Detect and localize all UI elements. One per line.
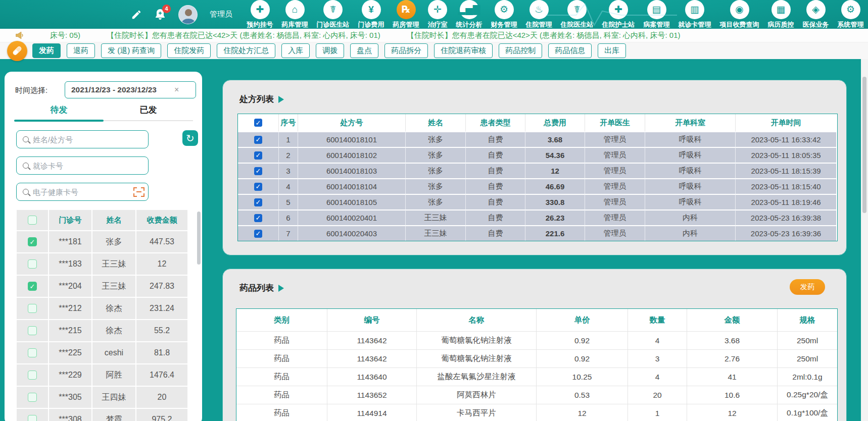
patient-checkbox[interactable] — [28, 348, 37, 357]
scan-barcode-icon[interactable] — [133, 187, 144, 197]
select-all-patients-checkbox[interactable] — [28, 216, 37, 225]
nav-item[interactable]: ◉ 项目收费查询 — [720, 0, 759, 29]
toolbar-button[interactable]: 药品控制 — [499, 43, 542, 58]
prescription-row[interactable]: 3 600140018103 张多 自费 12 管理员 呼吸科 2023-05-… — [238, 163, 837, 178]
refresh-button[interactable]: ↻ — [182, 130, 198, 146]
nav-item[interactable]: ▤ 病案管理 — [644, 0, 670, 29]
notification-bell-icon[interactable]: 4 — [154, 8, 166, 21]
nav-item[interactable]: ⚙ 系统管理 — [838, 0, 864, 29]
patient-row[interactable]: ***181 张多 447.53 — [17, 231, 188, 253]
rx-patient-type: 自费 — [466, 147, 525, 163]
prescription-checkbox[interactable] — [254, 183, 262, 191]
drug-column-header: 金额 — [687, 309, 778, 331]
prescription-column-header: 处方号 — [298, 114, 406, 131]
toolbar-button[interactable]: 住院发药 — [167, 43, 211, 58]
edit-pencil-icon[interactable] — [131, 9, 142, 20]
date-range-value[interactable] — [65, 85, 173, 94]
user-avatar[interactable] — [178, 5, 198, 24]
nav-item[interactable]: ⌂ 药库管理 — [282, 0, 308, 29]
name-rx-search-input[interactable] — [33, 135, 148, 144]
nav-item[interactable]: ✛ 治疗室 — [428, 0, 448, 29]
patient-list-scrollbar[interactable] — [197, 212, 201, 265]
health-card-search[interactable] — [16, 183, 149, 201]
toolbar-button[interactable]: 药品信息 — [548, 43, 592, 58]
prescription-checkbox[interactable] — [254, 214, 262, 222]
status-tab[interactable]: 待发 — [14, 100, 104, 120]
name-rx-search[interactable] — [16, 130, 149, 148]
drug-row[interactable]: 药品 1144914 卡马西平片 12 1 12 0.1g*100/盒 — [236, 404, 837, 421]
date-range-input[interactable]: × — [65, 81, 196, 98]
prescription-row[interactable]: 7 600140020403 王三妹 自费 221.6 管理员 内科 2023-… — [238, 225, 837, 241]
nav-item[interactable]: ✚ 预约挂号 — [247, 0, 273, 29]
nav-item[interactable]: ▦ 病历质控 — [768, 0, 794, 29]
patient-row[interactable]: ***229 阿胜 1476.4 — [17, 364, 188, 387]
nav-item[interactable]: ⚙ 财务管理 — [491, 0, 517, 29]
visit-card-search[interactable] — [16, 156, 149, 175]
toolbar-button[interactable]: 药品拆分 — [384, 43, 428, 58]
page-scrollbar[interactable] — [861, 59, 868, 421]
dispense-button[interactable]: 发药 — [790, 279, 825, 295]
toolbar-button[interactable]: 住院处方汇总 — [217, 43, 275, 58]
toolbar-button[interactable]: 盘点 — [350, 43, 378, 58]
patient-checkbox[interactable] — [28, 415, 37, 421]
rx-seq: 5 — [279, 194, 298, 209]
patient-row[interactable]: ***225 ceshi 81.8 — [17, 342, 188, 364]
patient-row[interactable]: ***215 徐杰 55.2 — [17, 320, 188, 342]
prescription-checkbox[interactable] — [254, 151, 262, 160]
patient-checkbox[interactable] — [28, 282, 37, 291]
prescription-row[interactable]: 2 600140018102 张多 自费 54.36 管理员 呼吸科 2023-… — [238, 147, 837, 163]
nav-item[interactable]: ☤ 门诊医生站 — [317, 0, 350, 29]
toolbar-button[interactable]: 发 (退) 药查询 — [101, 43, 161, 58]
toolbar-button[interactable]: 调拨 — [316, 43, 344, 58]
pharmacy-pill-icon[interactable] — [7, 41, 27, 61]
health-card-search-input[interactable] — [33, 188, 133, 196]
collapse-play-icon[interactable] — [278, 285, 284, 292]
patient-row[interactable]: ***212 徐杰 231.24 — [17, 298, 188, 320]
toolbar-button[interactable]: 入库 — [281, 43, 310, 58]
visit-card-search-input[interactable] — [33, 162, 148, 170]
patient-checkbox[interactable] — [28, 371, 37, 380]
page-scrollbar-thumb[interactable] — [862, 77, 866, 213]
nav-item[interactable]: ◈ 医保业务 — [803, 0, 829, 29]
toolbar-button[interactable]: 住院退药审核 — [434, 43, 493, 58]
prescription-row[interactable]: 4 600140018104 张多 自费 46.69 管理员 呼吸科 2023-… — [238, 178, 837, 194]
patient-row[interactable]: ***305 王四妹 20 — [17, 387, 188, 409]
prescription-checkbox[interactable] — [254, 230, 262, 238]
prescription-checkbox[interactable] — [254, 136, 262, 144]
admin-role-label[interactable]: 管理员 — [210, 10, 232, 19]
prescription-row[interactable]: 6 600140020401 王三妹 自费 26.23 管理员 内科 2023-… — [238, 209, 837, 225]
nav-item[interactable]: ♨ 住院管理 — [526, 0, 552, 29]
patient-checkbox[interactable] — [28, 259, 37, 269]
drug-row[interactable]: 药品 1143652 阿莫西林片 0.53 20 10.6 0.25g*20/盒 — [236, 386, 837, 404]
patient-row[interactable]: ***308 梦霞 975.2 — [17, 409, 188, 421]
prescription-checkbox[interactable] — [254, 167, 262, 175]
clear-date-icon[interactable]: × — [174, 85, 179, 94]
status-tab[interactable]: 已发 — [104, 100, 193, 120]
prescription-row[interactable]: 5 600140018105 张多 自费 330.8 管理员 呼吸科 2023-… — [238, 194, 837, 209]
select-all-prescriptions-checkbox[interactable] — [254, 119, 262, 127]
patient-row[interactable]: ***204 王三妹 247.83 — [17, 276, 188, 298]
nav-item[interactable]: ☤ 住院医生站 — [561, 0, 594, 29]
toolbar-button[interactable]: 出库 — [598, 43, 626, 58]
patient-checkbox[interactable] — [28, 326, 37, 335]
patient-checkbox[interactable] — [28, 304, 37, 313]
nav-item[interactable]: ▥ 就诊卡管理 — [679, 0, 711, 29]
toolbar-button[interactable]: 发药 — [32, 43, 61, 58]
nav-item[interactable]: ℞ 药房管理 — [393, 0, 419, 29]
charge-amount: 55.2 — [136, 320, 188, 342]
nav-item[interactable]: ¥ 门诊费用 — [358, 0, 384, 29]
nav-item[interactable]: ✚ 住院护士站 — [602, 0, 635, 29]
drug-column-header: 编号 — [327, 309, 417, 331]
patient-checkbox[interactable] — [28, 393, 37, 402]
drug-row[interactable]: 药品 1143642 葡萄糖氯化钠注射液 0.92 3 2.76 250ml — [236, 349, 837, 367]
collapse-play-icon[interactable] — [278, 96, 284, 103]
prescription-checkbox[interactable] — [254, 198, 262, 206]
patient-row[interactable]: ***183 王三妹 12 — [17, 253, 188, 276]
prescription-row[interactable]: 1 600140018101 张多 自费 3.68 管理员 呼吸科 2023-0… — [238, 131, 837, 147]
warehouse-icon: ⌂ — [292, 5, 298, 14]
nav-item[interactable]: ▂▅▇ 统计分析 — [456, 0, 483, 29]
patient-checkbox[interactable] — [28, 237, 37, 246]
drug-row[interactable]: 药品 1143640 盐酸左氧氟沙星注射液 10.25 4 41 2ml:0.1… — [236, 367, 837, 386]
drug-row[interactable]: 药品 1143642 葡萄糖氯化钠注射液 0.92 4 3.68 250ml — [236, 331, 837, 349]
toolbar-button[interactable]: 退药 — [67, 43, 95, 58]
